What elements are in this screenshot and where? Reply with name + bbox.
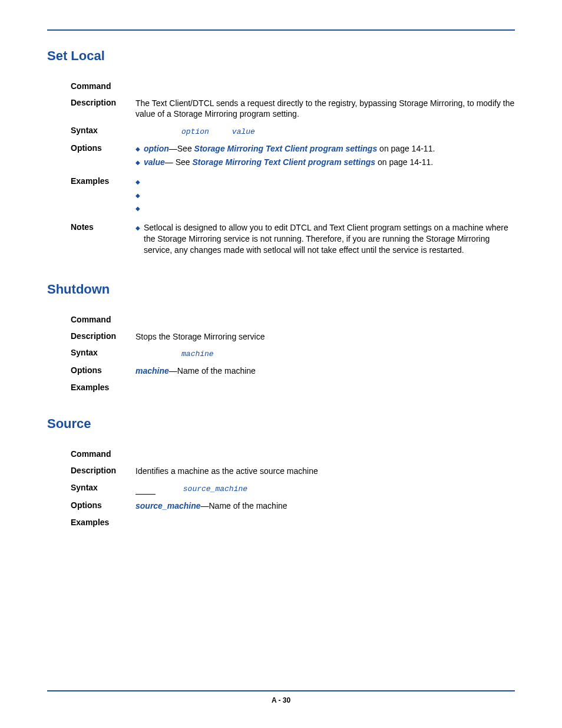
option-pre: —See — [169, 144, 194, 153]
label-options: Options — [71, 143, 135, 153]
option-item: ◆ value— See Storage Mirroring Text Clie… — [135, 157, 515, 168]
diamond-icon: ◆ — [135, 145, 140, 153]
diamond-icon: ◆ — [135, 205, 140, 213]
value-command: SETLOCAL — [135, 81, 515, 92]
row-syntax: Syntax SHUTDOWN machine — [71, 348, 515, 360]
option-link[interactable]: Storage Mirroring Text Client program se… — [193, 157, 376, 167]
value-description: Identifies a machine as the active sourc… — [135, 466, 515, 477]
example-item: ◆ setlocal DefaultAddress 10 — [135, 190, 515, 201]
value-examples: ◆ setlocal netport 1100 ◆ setlocal Defau… — [135, 176, 515, 217]
row-description: Description Identifies a machine as the … — [71, 466, 515, 477]
example-text: setlocal movetarget 1 — [144, 203, 247, 214]
label-description: Description — [71, 466, 135, 475]
page-footer: A - 30 — [47, 690, 515, 704]
row-notes: Notes ◆ Setlocal is designed to allow yo… — [71, 222, 515, 258]
syntax-arg: machine — [181, 350, 214, 358]
label-syntax: Syntax — [71, 483, 135, 492]
value-command: SOURCE — [135, 449, 515, 460]
syntax-arg: option — [181, 127, 209, 136]
row-syntax: Syntax SETLOCAL option value — [71, 126, 515, 137]
diamond-icon: ◆ — [135, 178, 140, 186]
row-command: Command SHUTDOWN — [71, 315, 515, 325]
row-examples: Examples ◆ setlocal netport 1100 ◆ setlo… — [71, 176, 515, 217]
label-command: Command — [71, 315, 135, 324]
row-description: Description The Text Client/DTCL sends a… — [71, 98, 515, 120]
row-description: Description Stops the Storage Mirroring … — [71, 331, 515, 342]
page: Set Local Command SETLOCAL Description T… — [0, 0, 562, 728]
value-syntax: source_machine — [135, 483, 515, 495]
value-notes: ◆ Setlocal is designed to allow you to e… — [135, 222, 515, 258]
row-command: Command SOURCE — [71, 449, 515, 460]
value-examples: source indy — [135, 518, 515, 528]
value-examples: shutdown indy — [135, 383, 515, 393]
example-text: setlocal DefaultAddress 10 — [144, 190, 272, 201]
label-examples: Examples — [71, 518, 135, 527]
diamond-icon: ◆ — [135, 224, 140, 232]
option-post: on page 14-11. — [375, 157, 433, 167]
top-rule — [47, 29, 515, 31]
row-syntax: Syntax source_machine — [71, 483, 515, 495]
value-options: ◆ option—See Storage Mirroring Text Clie… — [135, 143, 515, 170]
option-post: on page 14-11. — [377, 144, 435, 153]
row-examples: Examples source indy — [71, 518, 515, 528]
label-description: Description — [71, 331, 135, 341]
option-item: ◆ option—See Storage Mirroring Text Clie… — [135, 143, 515, 154]
row-command: Command SETLOCAL — [71, 81, 515, 92]
diamond-icon: ◆ — [135, 159, 140, 167]
value-options: machine—Name of the machine — [135, 365, 515, 377]
example-item: ◆ setlocal netport 1100 — [135, 176, 515, 187]
label-description: Description — [71, 98, 135, 107]
row-options: Options ◆ option—See Storage Mirroring T… — [71, 143, 515, 170]
section-heading-set-local: Set Local — [47, 48, 515, 64]
option-text: —Name of the machine — [201, 501, 287, 510]
row-examples: Examples shutdown indy — [71, 383, 515, 393]
option-link[interactable]: Storage Mirroring Text Client program se… — [194, 144, 378, 153]
label-options: Options — [71, 500, 135, 510]
label-notes: Notes — [71, 222, 135, 232]
label-syntax: Syntax — [71, 126, 135, 135]
example-text: setlocal netport 1100 — [144, 176, 247, 187]
option-keyword: source_machine — [135, 501, 201, 510]
section-heading-source: Source — [47, 416, 515, 431]
syntax-arg: value — [232, 127, 255, 136]
section-body-source: Command SOURCE Description Identifies a … — [71, 449, 515, 528]
syntax-cmd: SETLOCAL — [135, 127, 172, 136]
row-options: Options source_machine—Name of the machi… — [71, 500, 515, 512]
label-command: Command — [71, 81, 135, 91]
option-keyword: value — [144, 157, 165, 167]
syntax-cmd: SHUTDOWN — [135, 350, 172, 358]
row-options: Options machine—Name of the machine — [71, 365, 515, 377]
option-keyword: machine — [135, 366, 169, 375]
value-syntax: SHUTDOWN machine — [135, 348, 515, 360]
option-keyword: option — [144, 144, 169, 153]
value-description: The Text Client/DTCL sends a request dir… — [135, 98, 515, 120]
option-text: —Name of the machine — [169, 366, 256, 375]
value-description: Stops the Storage Mirroring service — [135, 331, 515, 342]
section-body-set-local: Command SETLOCAL Description The Text Cl… — [71, 81, 515, 258]
label-options: Options — [71, 365, 135, 375]
label-examples: Examples — [71, 383, 135, 392]
value-options: source_machine—Name of the machine — [135, 500, 515, 512]
section-heading-shutdown: Shutdown — [47, 282, 515, 297]
diamond-icon: ◆ — [135, 192, 140, 200]
value-syntax: SETLOCAL option value — [135, 126, 515, 137]
value-command: SHUTDOWN — [135, 315, 515, 325]
option-pre: — See — [165, 157, 193, 167]
section-body-shutdown: Command SHUTDOWN Description Stops the S… — [71, 315, 515, 393]
label-command: Command — [71, 449, 135, 459]
notes-text: Setlocal is designed to allow you to edi… — [144, 222, 515, 256]
page-number: A - 30 — [47, 696, 515, 704]
syntax-arg: source_machine — [183, 485, 247, 493]
example-item: ◆ setlocal movetarget 1 — [135, 203, 515, 214]
label-examples: Examples — [71, 176, 135, 186]
label-syntax: Syntax — [71, 348, 135, 357]
bottom-rule — [47, 690, 515, 691]
